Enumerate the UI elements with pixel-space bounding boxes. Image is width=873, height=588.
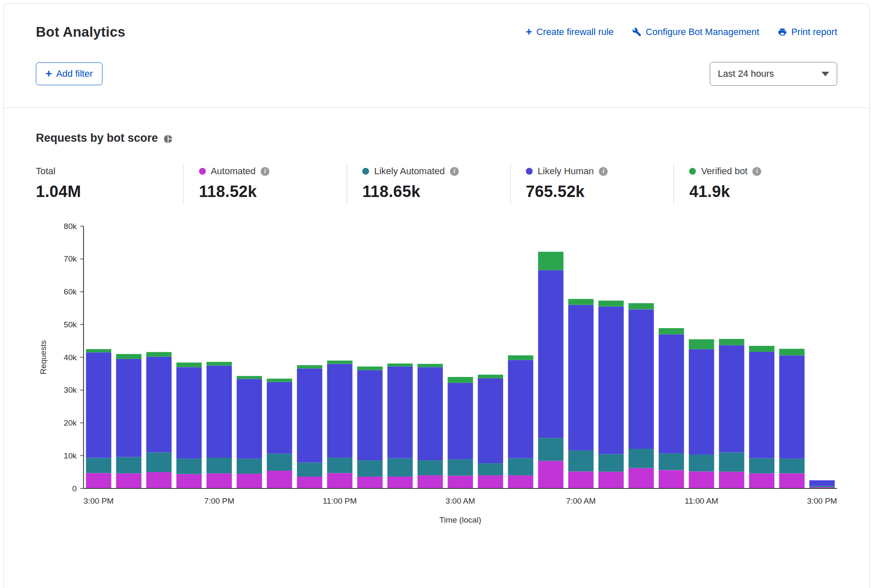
svg-text:11:00 PM: 11:00 PM <box>323 496 357 505</box>
stats-row: Total 1.04M Automated i 118.52k Likely A… <box>36 163 837 205</box>
svg-text:50k: 50k <box>64 320 77 329</box>
create-firewall-rule-label: Create firewall rule <box>536 27 614 38</box>
time-range-value: Last 24 hours <box>718 68 774 79</box>
verified-bot-legend-dot <box>689 168 696 175</box>
svg-text:0: 0 <box>72 484 77 493</box>
svg-text:20k: 20k <box>64 418 77 427</box>
likely-automated-legend-dot <box>362 168 369 175</box>
configure-bot-management-label: Configure Bot Management <box>646 27 759 38</box>
print-report-link[interactable]: Print report <box>778 27 837 38</box>
configure-bot-management-link[interactable]: Configure Bot Management <box>632 27 759 38</box>
page-title: Bot Analytics <box>36 24 125 40</box>
svg-text:3:00 AM: 3:00 AM <box>445 496 475 505</box>
svg-text:70k: 70k <box>64 254 77 263</box>
stat-likely-human[interactable]: Likely Human i 765.52k <box>510 163 674 205</box>
plus-icon: + <box>46 68 52 79</box>
svg-text:Requests: Requests <box>39 340 48 375</box>
print-report-label: Print report <box>791 27 837 38</box>
stat-likely-automated-value: 118.65k <box>362 183 510 201</box>
section-title: Requests by bot score <box>36 132 158 145</box>
stat-likely-human-value: 765.52k <box>526 183 674 201</box>
svg-text:10k: 10k <box>64 451 77 460</box>
svg-text:Time (local): Time (local) <box>439 515 481 524</box>
info-icon[interactable]: i <box>450 167 459 176</box>
svg-text:30k: 30k <box>64 386 77 394</box>
stat-total-value: 1.04M <box>36 183 183 201</box>
stat-verified-bot[interactable]: Verified bot i 41.9k <box>674 163 837 205</box>
stat-total: Total 1.04M <box>36 163 183 205</box>
bot-score-stacked-bar-chart: 010k20k30k40k50k60k70k80k3:00 PM7:00 PM1… <box>36 219 845 529</box>
info-icon[interactable]: i <box>261 167 269 176</box>
requests-by-bot-score-section: Requests by bot score Total 1.04M Automa… <box>4 108 869 529</box>
stat-verified-bot-label: Verified bot <box>701 166 747 177</box>
stat-likely-automated[interactable]: Likely Automated i 118.65k <box>347 163 510 205</box>
header-actions: + Create firewall rule Configure Bot Man… <box>526 27 837 38</box>
svg-text:7:00 AM: 7:00 AM <box>566 496 595 505</box>
svg-text:80k: 80k <box>64 222 77 231</box>
svg-text:60k: 60k <box>64 287 77 296</box>
stat-automated-label: Automated <box>211 166 256 177</box>
add-filter-label: Add filter <box>56 68 93 79</box>
svg-text:40k: 40k <box>64 353 77 362</box>
stat-automated[interactable]: Automated i 118.52k <box>183 163 347 205</box>
chart-svg: 010k20k30k40k50k60k70k80k3:00 PM7:00 PM1… <box>36 219 845 529</box>
info-icon[interactable]: i <box>752 167 761 176</box>
plus-icon: + <box>526 26 532 37</box>
add-filter-button[interactable]: + Add filter <box>36 62 102 85</box>
stat-automated-value: 118.52k <box>199 183 347 201</box>
bot-analytics-card: Bot Analytics + Create firewall rule Con… <box>3 3 870 588</box>
stat-verified-bot-value: 41.9k <box>689 183 837 201</box>
stat-total-label: Total <box>36 166 55 177</box>
info-icon[interactable]: i <box>599 167 608 176</box>
svg-text:3:00 PM: 3:00 PM <box>84 496 113 505</box>
chevron-down-icon <box>822 72 829 76</box>
svg-text:11:00 AM: 11:00 AM <box>684 496 718 505</box>
time-range-select[interactable]: Last 24 hours <box>710 62 837 86</box>
svg-text:3:00 PM: 3:00 PM <box>807 496 837 505</box>
stat-likely-automated-label: Likely Automated <box>374 166 445 177</box>
svg-text:7:00 PM: 7:00 PM <box>204 496 234 505</box>
stat-likely-human-label: Likely Human <box>538 166 594 177</box>
likely-human-legend-dot <box>526 168 533 175</box>
automated-legend-dot <box>199 168 206 175</box>
wrench-icon <box>632 27 641 37</box>
printer-icon <box>778 27 787 37</box>
create-firewall-rule-link[interactable]: + Create firewall rule <box>526 27 614 38</box>
header: Bot Analytics + Create firewall rule Con… <box>4 4 869 108</box>
pie-chart-icon <box>163 134 173 144</box>
